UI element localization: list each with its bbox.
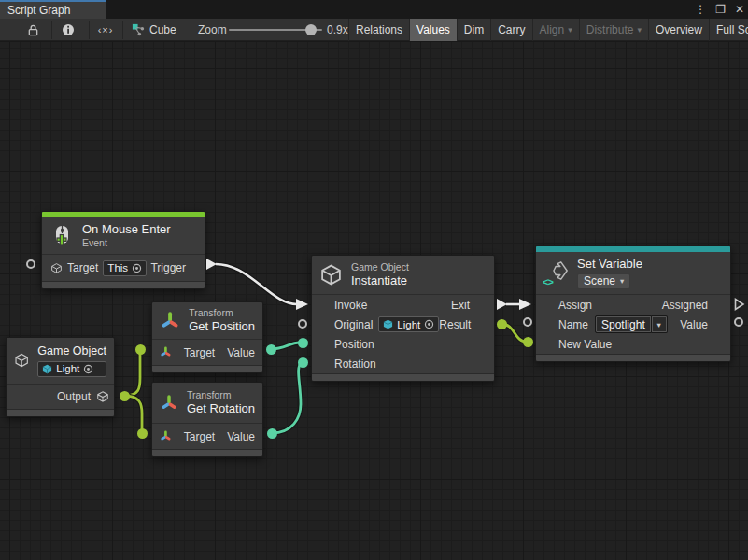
port-set-variable-name-in[interactable]	[523, 317, 532, 327]
cube-icon	[50, 262, 63, 274]
node-get-position[interactable]: Transform Get Position Target Value	[151, 301, 263, 373]
toolbar-divider	[51, 21, 52, 39]
game-object-icon	[383, 319, 393, 329]
node-header: Game Object Instantiate	[312, 256, 494, 294]
close-icon[interactable]: ✕	[735, 0, 744, 19]
fullscreen-button[interactable]: Full Screen	[709, 19, 748, 41]
zoom-value: 0.9x	[327, 19, 348, 41]
trigger-port-label: Trigger	[150, 261, 186, 274]
node-header: Transform Get Position	[152, 302, 262, 339]
carry-button[interactable]: Carry	[490, 19, 531, 41]
port-get-position-target-in[interactable]	[135, 344, 146, 355]
port-instantiate-result-out[interactable]	[497, 319, 507, 329]
port-instantiate-rotation-in[interactable]	[298, 357, 308, 368]
result-port-label: Result	[439, 318, 471, 331]
value-port-label: Value	[227, 430, 255, 443]
node-title: Get Position	[189, 319, 255, 334]
wire-output-to-get-rotation-target	[124, 396, 142, 433]
port-on-mouse-enter-target-in[interactable]	[26, 259, 35, 269]
new-value-port-label: New Value	[558, 338, 612, 351]
cube-icon	[319, 263, 343, 287]
set-variable-icon: <>	[543, 260, 569, 286]
maximize-icon[interactable]: ❐	[715, 0, 726, 19]
assign-port-label: Assign	[558, 299, 592, 312]
overview-button[interactable]: Overview	[648, 19, 709, 41]
original-port-label: Original	[334, 318, 373, 331]
node-footer	[312, 373, 494, 381]
port-set-variable-new-value-in[interactable]	[523, 337, 533, 347]
relations-button[interactable]: Relations	[348, 19, 409, 41]
game-object-icon	[42, 364, 52, 374]
chevron-down-icon: ▾	[620, 276, 624, 287]
values-button[interactable]: Values	[409, 19, 457, 41]
object-picker-icon[interactable]	[132, 263, 142, 273]
port-instantiate-position-in[interactable]	[298, 338, 308, 348]
graph-breadcrumb[interactable]: Cube	[132, 19, 176, 41]
invoke-port-label: Invoke	[334, 299, 367, 312]
target-value-field[interactable]: This	[103, 260, 147, 276]
toolbar-divider	[122, 21, 123, 39]
exit-port-label: Exit	[451, 299, 470, 312]
align-button[interactable]: Align▾	[532, 19, 579, 41]
node-category: Game Object	[351, 261, 409, 273]
target-port-label: Target	[67, 261, 98, 274]
node-subtitle: Event	[82, 237, 171, 249]
node-title: Instantiate	[351, 273, 409, 288]
value-port-label: Value	[227, 346, 255, 359]
node-header: Transform Get Rotation	[152, 383, 262, 423]
original-value-field[interactable]: Light	[378, 316, 439, 332]
info-icon[interactable]	[59, 19, 78, 41]
dim-button[interactable]: Dim	[457, 19, 490, 41]
port-game-object-output-out[interactable]	[120, 391, 130, 401]
transform-icon	[160, 430, 172, 442]
game-object-value-field[interactable]: Light	[37, 361, 106, 377]
toolbar-divider	[89, 21, 90, 39]
target-port-label: Target	[184, 346, 215, 359]
port-set-variable-value-out[interactable]	[734, 317, 743, 327]
chevron-down-icon: ▾	[568, 25, 572, 35]
zoom-slider-handle[interactable]	[305, 24, 317, 35]
node-footer	[536, 354, 730, 361]
node-footer	[42, 281, 205, 288]
port-instantiate-original-in[interactable]	[298, 319, 307, 329]
node-on-mouse-enter[interactable]: On Mouse Enter Event Target This Trigger	[41, 211, 205, 289]
script-graph-window: Script Graph ⋮ ❐ ✕ ‹×› Cube Zoom 0.9x	[0, 0, 748, 560]
graph-toolbar: ‹×› Cube Zoom 0.9x Relations Values Dim …	[0, 19, 748, 41]
chevron-down-icon[interactable]: ▾	[652, 315, 668, 333]
node-category: Transform	[189, 307, 255, 319]
node-category: Transform	[187, 389, 255, 401]
name-port-label: Name	[558, 318, 588, 331]
code-view-icon[interactable]: ‹×›	[93, 19, 118, 41]
node-game-object-literal[interactable]: Game Object Light Output	[6, 337, 115, 417]
transform-icon	[160, 310, 180, 332]
object-picker-icon[interactable]	[83, 364, 93, 374]
node-instantiate[interactable]: Game Object Instantiate Invoke Exit Orig…	[311, 255, 495, 382]
variable-scope-dropdown[interactable]: Scene ▾	[577, 273, 630, 289]
port-get-rotation-value-out[interactable]	[267, 428, 277, 439]
window-controls: ⋮ ❐ ✕	[695, 0, 744, 19]
variable-name-dropdown[interactable]: Spotlight ▾	[595, 315, 668, 333]
port-get-position-value-out[interactable]	[266, 344, 276, 355]
object-picker-icon[interactable]	[424, 319, 434, 329]
node-title: Get Rotation	[187, 401, 255, 416]
node-header: <> Set Variable Scene ▾	[536, 252, 730, 294]
port-get-rotation-target-in[interactable]	[137, 428, 148, 439]
assigned-port-label: Assigned	[662, 299, 708, 312]
menu-icon[interactable]: ⋮	[695, 0, 706, 19]
node-title: Game Object	[37, 344, 106, 359]
node-get-rotation[interactable]: Transform Get Rotation Target Value	[151, 382, 263, 457]
distribute-button[interactable]: Distribute▾	[579, 19, 648, 41]
node-footer	[152, 449, 262, 456]
node-title: On Mouse Enter	[82, 222, 171, 237]
tab-script-graph[interactable]: Script Graph	[0, 0, 106, 19]
graph-canvas[interactable]: On Mouse Enter Event Target This Trigger	[0, 42, 748, 560]
node-header: Game Object Light	[7, 338, 114, 384]
graph-icon	[132, 23, 145, 36]
node-set-variable[interactable]: <> Set Variable Scene ▾ Assign Assigned	[535, 245, 731, 362]
target-port-label: Target	[184, 430, 215, 443]
wire-exit-to-assign	[497, 299, 531, 310]
lock-icon[interactable]	[23, 19, 42, 41]
port-set-variable-assigned-out[interactable]	[734, 298, 745, 315]
cube-icon	[96, 390, 109, 403]
wire-output-to-get-position-target	[124, 349, 140, 396]
